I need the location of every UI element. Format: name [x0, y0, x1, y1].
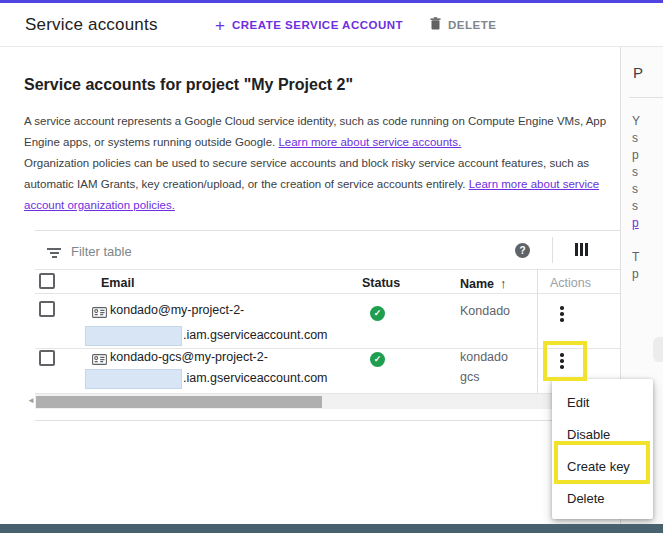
service-account-icon [92, 304, 107, 322]
email-line1: kondado@my-project-2- [110, 303, 244, 317]
divider [35, 269, 620, 270]
column-header-name[interactable]: Name↑ [460, 276, 507, 291]
row-checkbox[interactable] [39, 350, 55, 366]
actions-column-divider [537, 269, 538, 393]
filter-table-input[interactable] [71, 239, 361, 263]
row-name-line2: gcs [460, 370, 479, 384]
scroll-left-icon[interactable]: ◄ [27, 396, 35, 405]
redacted-project-id [85, 369, 182, 389]
column-header-email[interactable]: Email [101, 276, 134, 290]
panel-link-fragment[interactable]: p [632, 215, 640, 232]
row-checkbox[interactable] [39, 301, 55, 317]
help-icon[interactable]: ? [515, 243, 530, 258]
filter-row-divider [552, 237, 553, 263]
filter-icon [47, 248, 61, 259]
email-line2: .iam.gserviceaccount.com [183, 371, 328, 385]
email-line1: kondado-gcs@my-project-2- [110, 350, 268, 364]
intro-paragraph: A service account represents a Google Cl… [24, 111, 616, 153]
trash-icon [430, 17, 441, 33]
menu-item-create-key[interactable]: Create key [552, 451, 653, 483]
panel-element-fragment [653, 337, 663, 362]
panel-text-line: s [632, 164, 640, 181]
redacted-project-id [85, 326, 182, 346]
panel-text-line: p [632, 266, 640, 283]
page-heading: Service accounts for project "My Project… [24, 76, 353, 94]
column-display-icon[interactable] [575, 243, 589, 256]
menu-item-edit[interactable]: Edit [552, 387, 653, 419]
delete-button[interactable]: DELETE [430, 11, 496, 39]
panel-text-line: Y [632, 113, 640, 130]
divider [35, 348, 620, 349]
email-line2: .iam.gserviceaccount.com [183, 328, 328, 342]
panel-text-line: s [632, 181, 640, 198]
row-actions-menu: Edit Disable Create key Delete [552, 379, 653, 519]
delete-label: DELETE [448, 19, 496, 31]
row-actions-button[interactable] [553, 302, 571, 326]
org-policies-paragraph: Organization policies can be used to sec… [24, 153, 616, 216]
row-actions-button[interactable] [553, 349, 571, 373]
column-header-actions: Actions [550, 276, 591, 290]
sort-ascending-icon: ↑ [500, 276, 507, 291]
bottom-bar [0, 524, 663, 533]
status-active-icon: ✓ [370, 306, 385, 321]
panel-text-line [632, 232, 640, 249]
panel-text-line: p [632, 147, 640, 164]
menu-item-delete[interactable]: Delete [552, 483, 653, 515]
panel-text-line: T [632, 249, 640, 266]
column-header-status[interactable]: Status [362, 276, 400, 290]
create-service-account-button[interactable]: + CREATE SERVICE ACCOUNT [215, 11, 403, 39]
select-all-checkbox[interactable] [39, 273, 55, 289]
info-panel-heading: P [633, 64, 643, 81]
panel-text-line: s [632, 130, 640, 147]
create-service-account-label: CREATE SERVICE ACCOUNT [232, 19, 403, 31]
learn-more-service-accounts-link[interactable]: Learn more about service accounts. [278, 136, 461, 148]
service-account-icon [92, 351, 107, 369]
panel-text-line: s [632, 198, 640, 215]
status-active-icon: ✓ [370, 352, 385, 367]
info-panel-text: Y s p s s s p T p [632, 113, 640, 283]
page-title: Service accounts [25, 15, 158, 35]
service-accounts-table: ? Email Status Name↑ Actions kondado@my-… [35, 230, 620, 421]
divider [629, 97, 663, 98]
toolbar: Service accounts + CREATE SERVICE ACCOUN… [0, 3, 663, 47]
service-accounts-page: Service accounts + CREATE SERVICE ACCOUN… [0, 0, 663, 533]
name-header-label: Name [460, 277, 494, 291]
row-name: Kondado [460, 304, 510, 318]
plus-icon: + [215, 17, 225, 34]
divider [35, 293, 620, 294]
row-name-line1: kondado [460, 350, 508, 364]
horizontal-scrollbar[interactable] [35, 394, 620, 409]
scrollbar-thumb[interactable] [36, 396, 322, 408]
menu-item-disable[interactable]: Disable [552, 419, 653, 451]
